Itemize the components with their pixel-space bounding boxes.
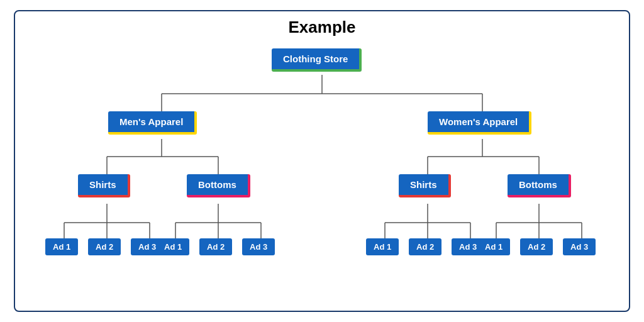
womens-bottoms-ad1: Ad 1	[477, 238, 510, 255]
womens-apparel-label: Women's Apparel	[428, 111, 531, 135]
womens-bottoms-ad1-label: Ad 1	[477, 238, 510, 255]
mens-apparel-node: Men's Apparel	[108, 111, 197, 135]
mens-shirts-ad2-label: Ad 2	[88, 238, 121, 255]
mens-bottoms-ad3: Ad 3	[242, 238, 275, 255]
mens-bottoms-label: Bottoms	[187, 174, 250, 197]
mens-shirts-node: Shirts	[78, 174, 130, 197]
womens-bottoms-ad2: Ad 2	[520, 238, 553, 255]
womens-bottoms-ad2-label: Ad 2	[520, 238, 553, 255]
mens-bottoms-ad1: Ad 1	[157, 238, 189, 255]
womens-shirts-node: Shirts	[399, 174, 451, 197]
womens-bottoms-ad3: Ad 3	[563, 238, 596, 255]
tree-wrapper: Clothing Store Men's Apparel Women's App…	[26, 43, 618, 282]
womens-shirts-label: Shirts	[399, 174, 451, 197]
womens-shirts-ad1-label: Ad 1	[366, 238, 399, 255]
womens-bottoms-node: Bottoms	[508, 174, 571, 197]
mens-bottoms-node: Bottoms	[187, 174, 250, 197]
womens-shirts-ad2-label: Ad 2	[409, 238, 441, 255]
mens-bottoms-ad2-label: Ad 2	[199, 238, 232, 255]
mens-shirts-ad2: Ad 2	[88, 238, 121, 255]
mens-bottoms-ad2: Ad 2	[199, 238, 232, 255]
womens-bottoms-ad3-label: Ad 3	[563, 238, 596, 255]
outer-container: Example	[14, 10, 630, 312]
womens-shirts-ad1: Ad 1	[366, 238, 399, 255]
mens-shirts-label: Shirts	[78, 174, 130, 197]
mens-shirts-ad1: Ad 1	[45, 238, 78, 255]
root-label: Clothing Store	[272, 48, 362, 72]
womens-apparel-node: Women's Apparel	[428, 111, 531, 135]
page-title: Example	[289, 18, 356, 37]
mens-bottoms-ad3-label: Ad 3	[242, 238, 275, 255]
womens-bottoms-label: Bottoms	[508, 174, 571, 197]
mens-apparel-label: Men's Apparel	[108, 111, 197, 135]
mens-bottoms-ad1-label: Ad 1	[157, 238, 189, 255]
mens-shirts-ad1-label: Ad 1	[45, 238, 78, 255]
root-node: Clothing Store	[272, 48, 362, 72]
womens-shirts-ad2: Ad 2	[409, 238, 441, 255]
